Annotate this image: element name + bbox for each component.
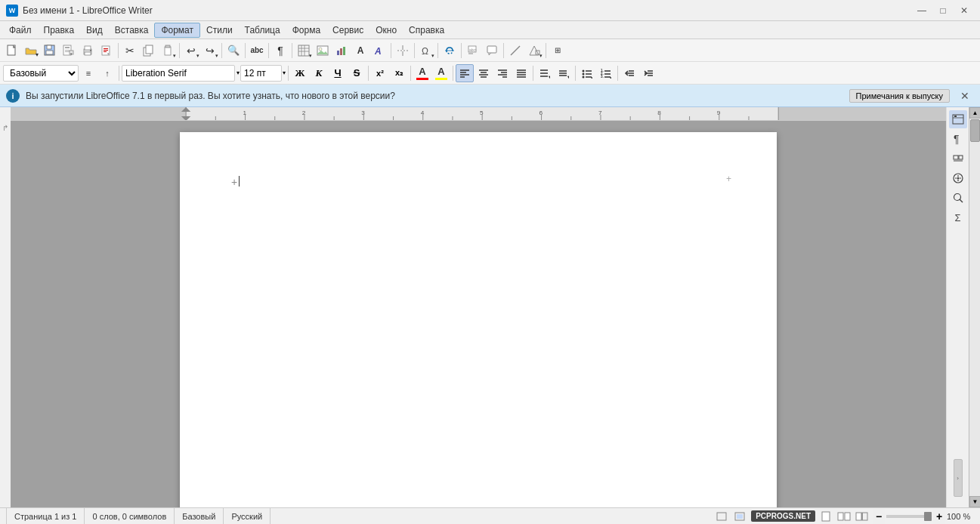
copy-button[interactable] (140, 42, 158, 60)
svg-text:▾: ▾ (107, 51, 110, 56)
svg-rect-32 (343, 47, 345, 55)
underline-button[interactable]: Ч (329, 64, 347, 82)
align-justify-button[interactable] (512, 64, 530, 82)
svg-rect-91 (778, 107, 946, 121)
footnote-button[interactable]: abc¹ (464, 42, 482, 60)
menu-view[interactable]: Вид (80, 23, 109, 37)
zoom-in-button[interactable]: + (933, 509, 945, 524)
decrease-indent-button[interactable] (620, 64, 638, 82)
save-button[interactable] (41, 42, 59, 60)
shapes-button[interactable]: ▾ (525, 42, 543, 60)
corner-mark: + (726, 174, 731, 184)
insert-textbox-button[interactable]: A (351, 42, 369, 60)
insert-image-button[interactable] (314, 42, 332, 60)
scroll-up-button[interactable]: ▲ (969, 107, 980, 119)
svg-rect-15 (104, 48, 108, 49)
paste-button[interactable]: ▾ (159, 42, 177, 60)
close-button[interactable]: ✕ (954, 2, 974, 19)
sidebar-navigator-button[interactable] (949, 169, 967, 187)
paragraph-spacing-button[interactable]: ▾ (555, 64, 573, 82)
insert-table-button[interactable]: ▾ (295, 42, 313, 60)
findbar-button[interactable]: 🔍 (224, 42, 243, 60)
nonprint-button[interactable]: ¶ (271, 42, 289, 60)
left-margin: ↱ (0, 107, 11, 507)
zoom-out-button[interactable]: − (873, 509, 885, 524)
menu-styles[interactable]: Стили (200, 23, 239, 37)
menu-service[interactable]: Сервис (326, 23, 369, 37)
book-view[interactable] (855, 509, 870, 524)
new-button[interactable] (3, 42, 21, 60)
font-size-input[interactable] (240, 65, 282, 82)
word-count: 0 слов, 0 символов (92, 512, 166, 521)
undo-button[interactable]: ↩ ▾ (182, 42, 200, 60)
font-color-button[interactable]: A (413, 64, 431, 82)
menu-edit[interactable]: Правка (38, 23, 81, 37)
menu-insert[interactable]: Вставка (109, 23, 155, 37)
saveas-button[interactable]: ▾ (60, 42, 78, 60)
pdf-button[interactable]: ▾ (97, 42, 116, 60)
info-close-button[interactable]: ✕ (956, 87, 974, 105)
line-spacing-button[interactable]: ▾ (536, 64, 554, 82)
zoom-slider[interactable] (886, 515, 932, 518)
ordered-list-button[interactable]: 1.2.3.▾ (597, 64, 615, 82)
align-right-button[interactable] (493, 64, 512, 82)
sidebar-find-button[interactable] (949, 189, 967, 207)
highlight-color-button[interactable]: A (432, 64, 450, 82)
sidebar-gallery-button[interactable] (949, 149, 967, 168)
print-button[interactable] (79, 42, 97, 60)
svg-rect-6 (65, 50, 70, 51)
special-char-button[interactable]: Ω ▾ (417, 42, 435, 60)
insert-chart-button[interactable] (332, 42, 351, 60)
maximize-button[interactable]: □ (933, 2, 953, 19)
insert-fontwork-button[interactable]: A (370, 42, 388, 60)
insert-mode-button[interactable] (715, 509, 730, 524)
scroll-thumb[interactable] (970, 119, 980, 142)
sidebar-collapse-button[interactable]: › (954, 459, 963, 497)
line-tool-button[interactable] (506, 42, 524, 60)
scroll-down-button[interactable]: ▼ (969, 496, 980, 507)
sidebar-functions-button[interactable]: Σ (949, 208, 967, 227)
undo-toolbar-group: ↩ ▾ ↪ ▾ (182, 42, 219, 60)
strikethrough-button[interactable]: S (348, 64, 366, 82)
vertical-scrollbar[interactable]: ▲ ▼ (969, 107, 980, 507)
open-button[interactable]: ▾ (22, 42, 40, 60)
font-name-input[interactable] (122, 65, 235, 82)
menu-help[interactable]: Справка (403, 23, 450, 37)
italic-button[interactable]: К (310, 64, 328, 82)
styles-icon-btn[interactable]: ≡ (79, 64, 97, 82)
menu-file[interactable]: Файл (3, 23, 38, 37)
document-page[interactable]: + + (180, 132, 777, 507)
redo-button[interactable]: ↪ ▾ (201, 42, 219, 60)
document-viewport[interactable]: + + (11, 121, 946, 507)
pagebreak-button[interactable] (394, 42, 412, 60)
separator-3 (221, 43, 222, 58)
menu-table[interactable]: Таблица (239, 23, 286, 37)
minimize-button[interactable]: — (912, 2, 932, 19)
more-controls-button[interactable]: ⊞ (549, 42, 567, 60)
superscript-button[interactable]: x² (371, 64, 389, 82)
comment-button[interactable] (483, 42, 501, 60)
hyperlink-button[interactable] (441, 42, 459, 60)
increase-indent-button[interactable] (639, 64, 657, 82)
menu-shape[interactable]: Форма (286, 23, 326, 37)
bold-button[interactable]: Ж (291, 64, 309, 82)
release-notes-button[interactable]: Примечания к выпуску (849, 89, 950, 103)
single-page-view[interactable] (818, 509, 833, 524)
scroll-track[interactable] (969, 119, 980, 496)
spell-button[interactable]: abc (248, 42, 266, 60)
sidebar-properties-button[interactable] (949, 110, 967, 128)
align-left-button[interactable] (456, 64, 474, 82)
svg-point-29 (319, 48, 322, 51)
subscript-button[interactable]: x₂ (390, 64, 408, 82)
paragraph-style-select[interactable]: Базовый (3, 65, 79, 82)
align-center-button[interactable] (475, 64, 493, 82)
update-style-btn[interactable]: ↑ (98, 64, 116, 82)
multi-page-view[interactable] (836, 509, 852, 524)
sep-fmt-6 (533, 66, 533, 81)
menu-format[interactable]: Формат (154, 23, 200, 38)
menu-window[interactable]: Окно (369, 23, 403, 37)
selection-mode-button[interactable] (733, 509, 748, 524)
unordered-list-button[interactable]: ▾ (578, 64, 596, 82)
sidebar-styles-button[interactable]: ¶ (949, 130, 967, 148)
cut-button[interactable]: ✂ (121, 42, 139, 60)
